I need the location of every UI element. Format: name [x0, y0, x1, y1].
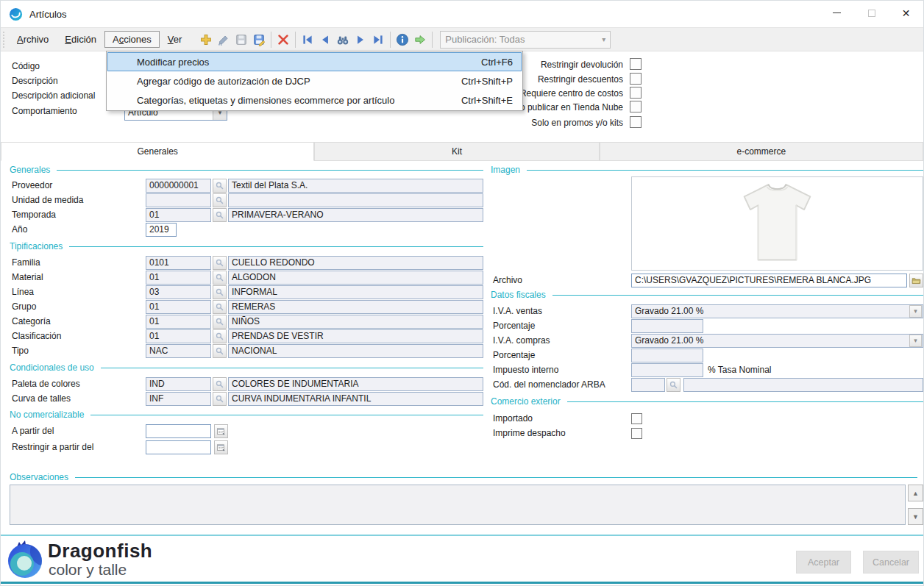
lookup-button[interactable] [213, 271, 227, 285]
a-partir-del-field[interactable] [146, 424, 211, 438]
descripcion-label: Descripción [12, 76, 58, 86]
restringir-a-partir-del-row: Restringir a partir del [10, 440, 483, 454]
paleta-colores-code-field[interactable]: IND [146, 377, 211, 391]
scroll-down-button[interactable]: ▼ [908, 508, 923, 525]
lookup-button[interactable] [213, 285, 227, 299]
tab-ecommerce[interactable]: e-commerce [600, 142, 923, 161]
menu-item-categorias-ecommerce[interactable]: Categorías, etiquetas y dimensiones ecom… [107, 90, 522, 110]
material-code-field[interactable]: 01 [146, 271, 211, 285]
unidad-medida-code-field[interactable] [146, 193, 211, 207]
lookup-button[interactable] [213, 329, 227, 343]
iva-ventas-combobox[interactable]: Gravado 21.00 % ▾ [631, 304, 923, 318]
porcentaje-ventas-field[interactable] [631, 319, 703, 333]
maximize-icon [868, 10, 875, 17]
go-icon[interactable] [411, 31, 429, 49]
lookup-button[interactable] [213, 179, 227, 193]
scroll-up-button[interactable]: ▲ [908, 485, 923, 501]
calendar-button[interactable] [214, 440, 228, 454]
descripcion-adicional-label: Descripción adicional [12, 90, 95, 101]
search-icon[interactable] [334, 31, 352, 49]
brand-tagline: color y talle [49, 561, 127, 579]
maximize-button[interactable] [854, 1, 889, 25]
tipo-desc-field[interactable]: NACIONAL [228, 344, 483, 358]
publicacion-combobox[interactable]: Publicación: Todas ▾ [440, 31, 611, 49]
nomenclador-code-field[interactable] [631, 378, 665, 392]
paleta-colores-desc-field[interactable]: COLORES DE INDUMENTARIA [228, 377, 483, 391]
proveedor-code-field[interactable]: 0000000001 [146, 179, 211, 193]
impuesto-interno-field[interactable] [631, 363, 703, 377]
restringir-descuentos-checkbox[interactable] [630, 73, 642, 85]
save-edit-icon[interactable] [250, 31, 268, 49]
close-button[interactable]: ✕ [889, 1, 923, 25]
requiere-centro-costos-checkbox[interactable] [630, 87, 642, 99]
cancelar-button[interactable]: Cancelar [863, 551, 919, 574]
info-icon[interactable] [394, 31, 411, 49]
archivo-field[interactable]: C:\USERS\GVAZQUEZ\PICTURES\REMERA BLANCA… [631, 274, 907, 287]
anio-field[interactable]: 2019 [146, 223, 177, 237]
tab-generales[interactable]: Generales [1, 142, 314, 161]
porcentaje-compras-field[interactable] [631, 349, 703, 362]
tipo-code-field[interactable]: NAC [146, 344, 211, 358]
iva-compras-combobox[interactable]: Gravado 21.00 % ▾ [631, 334, 923, 348]
menu-item-agregar-codigo-djcp[interactable]: Agregar código de autorización de DJCP C… [107, 71, 522, 90]
aceptar-button[interactable]: Aceptar [796, 551, 851, 574]
add-icon[interactable] [197, 31, 215, 49]
imprime-despacho-checkbox[interactable] [631, 428, 642, 439]
categoria-desc-field[interactable]: NIÑOS [228, 315, 483, 329]
lookup-button[interactable] [213, 256, 227, 270]
last-record-icon[interactable] [369, 31, 387, 49]
lookup-button[interactable] [213, 300, 227, 314]
categoria-code-field[interactable]: 01 [146, 315, 211, 329]
material-desc-field[interactable]: ALGODON [228, 271, 483, 285]
familia-desc-field[interactable]: CUELLO REDONDO [228, 256, 483, 270]
calendar-button[interactable] [214, 424, 228, 438]
section-tipificaciones: Tipificaciones [10, 241, 483, 251]
lookup-button[interactable] [213, 315, 227, 329]
importado-checkbox[interactable] [631, 413, 642, 424]
unidad-medida-desc-field[interactable] [228, 193, 483, 207]
proveedor-desc-field[interactable]: Textil del Plata S.A. [228, 179, 483, 193]
temporada-desc-field[interactable]: PRIMAVERA-VERANO [228, 208, 483, 222]
curva-talles-row: Curva de talles INF CURVA INDUMENTARIA I… [10, 391, 483, 406]
tab-kit[interactable]: Kit [314, 142, 599, 161]
bottom-accent-bar [1, 582, 923, 584]
dropdown-button[interactable]: ▾ [909, 305, 922, 318]
observaciones-textarea[interactable] [10, 485, 906, 525]
menu-acciones[interactable]: Acciones [104, 31, 160, 48]
delete-icon[interactable] [274, 31, 292, 49]
curva-talles-code-field[interactable]: INF [146, 392, 211, 406]
curva-talles-desc-field[interactable]: CURVA INDUMENTARIA INFANTIL [228, 392, 483, 406]
grupo-desc-field[interactable]: REMERAS [228, 300, 483, 314]
next-record-icon[interactable] [352, 31, 369, 49]
clasificacion-code-field[interactable]: 01 [146, 329, 211, 343]
linea-code-field[interactable]: 03 [146, 285, 211, 299]
solo-promos-kits-checkbox[interactable] [630, 116, 642, 128]
magnifier-icon [215, 302, 224, 312]
grupo-code-field[interactable]: 01 [146, 300, 211, 314]
temporada-code-field[interactable]: 01 [146, 208, 211, 222]
lookup-button[interactable] [213, 344, 227, 358]
lookup-button[interactable] [213, 208, 227, 222]
menu-item-modificar-precios[interactable]: Modificar precios Ctrl+F6 [107, 52, 522, 71]
nomenclador-desc-field[interactable] [683, 378, 923, 392]
restringir-devolucion-checkbox[interactable] [630, 58, 642, 70]
lookup-button[interactable] [213, 392, 227, 406]
menu-edicion[interactable]: Edición [57, 31, 104, 48]
save-icon[interactable] [232, 31, 250, 49]
lookup-button[interactable] [667, 378, 680, 392]
lookup-button[interactable] [213, 193, 227, 207]
menu-archivo[interactable]: Archivo [9, 31, 57, 48]
lookup-button[interactable] [213, 377, 227, 391]
clasificacion-desc-field[interactable]: PRENDAS DE VESTIR [228, 329, 483, 343]
menu-ver[interactable]: Ver [160, 31, 191, 48]
no-publicar-tienda-nube-checkbox[interactable] [630, 101, 642, 112]
dropdown-button[interactable]: ▾ [909, 335, 922, 347]
restringir-a-partir-del-field[interactable] [146, 440, 211, 454]
browse-button[interactable] [909, 274, 923, 287]
minimize-button[interactable] [820, 1, 854, 25]
previous-record-icon[interactable] [316, 31, 334, 49]
familia-code-field[interactable]: 0101 [146, 256, 211, 270]
linea-desc-field[interactable]: INFORMAL [228, 285, 483, 299]
modify-icon[interactable] [215, 31, 232, 49]
first-record-icon[interactable] [299, 31, 316, 49]
